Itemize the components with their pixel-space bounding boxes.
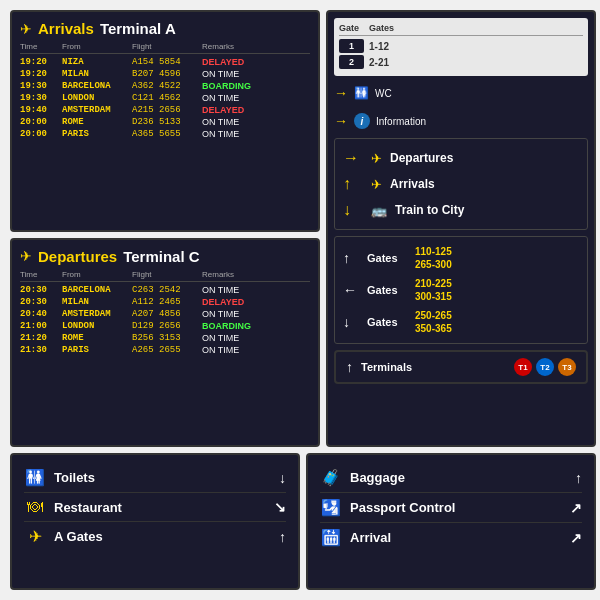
gates-up-label: Gates (367, 252, 407, 264)
arr-city-2: BARCELONA (62, 81, 132, 91)
restaurant-row: 🍽 Restaurant ↘ (24, 493, 286, 522)
col-time: Time (20, 42, 62, 51)
arr-remark-2: BOARDING (202, 81, 310, 91)
gate-range-1: 1-12 (369, 41, 583, 52)
departures-row-0: 20:30 BARCELONA C263 2542 ON TIME (20, 285, 310, 295)
dep-remark-1: DELAYED (202, 297, 310, 307)
arr-time-2: 19:30 (20, 81, 62, 91)
gates-left-arrow: ← (343, 282, 359, 298)
dep-time-4: 21:20 (20, 333, 62, 343)
toilets-arrow: ↓ (279, 470, 286, 486)
arrivals-row-4: 19:40 AMSTERDAM A215 2656 DELAYED (20, 105, 310, 115)
gate-board: Gate Gates 1 1-12 2 2-21 → 🚻 WC → i Info… (326, 10, 596, 447)
gate-top: Gate Gates 1 1-12 2 2-21 (334, 18, 588, 76)
train-bus-icon: 🚌 (371, 203, 387, 218)
arr-time-6: 20:00 (20, 129, 62, 139)
arr-time-1: 19:20 (20, 69, 62, 79)
info-label: Information (376, 116, 426, 127)
gates-up-arrow: ↑ (343, 250, 359, 266)
arr-flight-0: A154 5854 (132, 57, 202, 67)
terminal-t3: T3 (558, 358, 576, 376)
arrivals-row-3: 19:30 LONDON C121 4562 ON TIME (20, 93, 310, 103)
terminals-row: ↑ Terminals T1 T2 T3 (346, 358, 576, 376)
terminals-arrow: ↑ (346, 359, 353, 375)
dir-arrow-departures: → (343, 149, 363, 167)
plane-icon: ✈ (20, 21, 32, 37)
departures-row-4: 21:20 ROME B256 3153 ON TIME (20, 333, 310, 343)
dep-city-5: PARIS (62, 345, 132, 355)
arrivals-row-2: 19:30 BARCELONA A362 4522 BOARDING (20, 81, 310, 91)
arr-city-3: LONDON (62, 93, 132, 103)
departures-rows: 20:30 BARCELONA C263 2542 ON TIME 20:30 … (20, 285, 310, 355)
arrivals-row-6: 20:00 PARIS A365 5655 ON TIME (20, 129, 310, 139)
arr-remark-1: ON TIME (202, 69, 310, 79)
arr-flight-4: A215 2656 (132, 105, 202, 115)
directions-panel: → ✈ Departures ↑ ✈ Arrivals ↓ 🚌 Train to… (334, 138, 588, 230)
arr-time-0: 19:20 (20, 57, 62, 67)
arr-time-5: 20:00 (20, 117, 62, 127)
arr-remark-6: ON TIME (202, 129, 310, 139)
gates-down: ↓ Gates 250-265350-365 (343, 306, 579, 338)
arr-flight-6: A365 5655 (132, 129, 202, 139)
agates-label: A Gates (54, 529, 271, 544)
arr-remark-3: ON TIME (202, 93, 310, 103)
wc-label: WC (375, 88, 392, 99)
passport-icon: 🛂 (320, 498, 342, 517)
dep-remark-3: BOARDING (202, 321, 310, 331)
arr-flight-3: C121 4562 (132, 93, 202, 103)
bottom-left-panel: 🚻 Toilets ↓ 🍽 Restaurant ↘ ✈ A Gates ↑ (10, 453, 300, 590)
bottom-right-panel: 🧳 Baggage ↑ 🛂 Passport Control ↗ 🛗 Arriv… (306, 453, 596, 590)
toilets-label: Toilets (54, 470, 271, 485)
passport-label: Passport Control (350, 500, 562, 515)
terminals-panel: ↑ Terminals T1 T2 T3 (334, 350, 588, 384)
arr-city-5: ROME (62, 117, 132, 127)
dep-city-3: LONDON (62, 321, 132, 331)
arrivals-board: ✈ Arrivals Terminal A Time From Flight R… (10, 10, 320, 232)
gate-col2: Gates (369, 23, 583, 33)
gate-num-1: 1 (339, 39, 364, 53)
restaurant-arrow: ↘ (274, 499, 286, 515)
arrivals-title: Arrivals (38, 20, 94, 37)
arrivals-label: Arrivals (390, 177, 435, 191)
wc-icon: 🚻 (354, 86, 369, 100)
toilets-row: 🚻 Toilets ↓ (24, 463, 286, 493)
dep-flight-5: A265 2655 (132, 345, 202, 355)
dep-city-4: ROME (62, 333, 132, 343)
arr-time-3: 19:30 (20, 93, 62, 103)
dep-remark-5: ON TIME (202, 345, 310, 355)
dep-time-5: 21:30 (20, 345, 62, 355)
dep-flight-1: A112 2465 (132, 297, 202, 307)
dep-col-from: From (62, 270, 132, 279)
dep-time-2: 20:40 (20, 309, 62, 319)
dep-time-3: 21:00 (20, 321, 62, 331)
arr-remark-0: DELAYED (202, 57, 310, 67)
baggage-icon: 🧳 (320, 468, 342, 487)
arrivals-columns: Time From Flight Remarks (20, 42, 310, 54)
col-remarks: Remarks (202, 42, 310, 51)
arrivals-terminal: Terminal A (100, 20, 176, 37)
col-flight: Flight (132, 42, 202, 51)
dep-time-1: 20:30 (20, 297, 62, 307)
passport-arrow: ↗ (570, 500, 582, 516)
dep-col-remarks: Remarks (202, 270, 310, 279)
departures-header: ✈ Departures Terminal C (20, 248, 310, 265)
dir-arrow-train: ↓ (343, 201, 363, 219)
info-row: → i Information (334, 113, 588, 129)
dep-remark-2: ON TIME (202, 309, 310, 319)
arrival-arrow: ↗ (570, 530, 582, 546)
departures-plane-icon: ✈ (371, 151, 382, 166)
gates-down-arrow: ↓ (343, 314, 359, 330)
train-label: Train to City (395, 203, 464, 217)
departures-row-3: 21:00 LONDON D129 2656 BOARDING (20, 321, 310, 331)
terminal-badges: T1 T2 T3 (514, 358, 576, 376)
agates-row: ✈ A Gates ↑ (24, 522, 286, 551)
dep-flight-4: B256 3153 (132, 333, 202, 343)
terminal-t2: T2 (536, 358, 554, 376)
dep-city-1: MILAN (62, 297, 132, 307)
gates-numbers-panel: ↑ Gates 110-125265-300 ← Gates 210-22530… (334, 236, 588, 344)
departures-plane: ✈ (20, 248, 32, 264)
arr-flight-1: B207 4596 (132, 69, 202, 79)
arr-remark-5: ON TIME (202, 117, 310, 127)
train-dir: ↓ 🚌 Train to City (343, 197, 579, 223)
gates-left-label: Gates (367, 284, 407, 296)
